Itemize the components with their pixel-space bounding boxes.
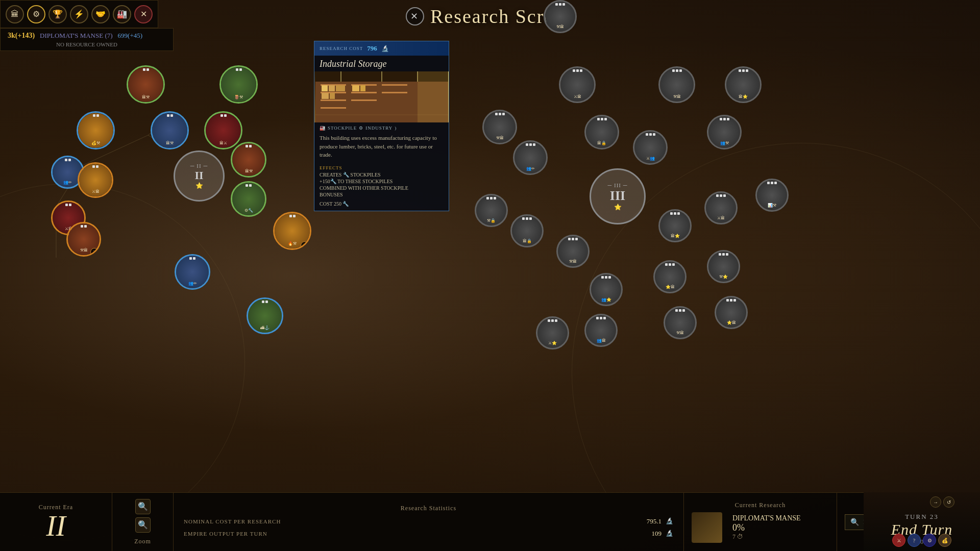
- right-node-4[interactable]: ⚒🏛: [482, 110, 517, 144]
- right-node-1[interactable]: ⚔🏛: [559, 66, 596, 103]
- right-node-2[interactable]: ⚒🏛: [658, 66, 695, 103]
- right-node-3[interactable]: 🏛⭐: [725, 66, 762, 103]
- info-type-row: 🏭 STOCKPILE ⚙ INDUSTRY ): [314, 122, 449, 133]
- resource-bar: 3k(+143) DIPLOMAT'S MANSE (7) 699(+45) N…: [0, 28, 174, 51]
- star-display: 699(+45): [118, 32, 143, 40]
- era-display: Current Era II: [0, 493, 112, 551]
- svg-rect-33: [418, 71, 448, 122]
- info-effect-4: BONUSES: [314, 191, 449, 198]
- research-node-10[interactable]: 🔥⚒ 3: [273, 212, 311, 250]
- right-node-8[interactable]: 👥⚒: [707, 115, 742, 149]
- right-node-6[interactable]: 🏛🔒: [584, 115, 619, 149]
- svg-rect-25: [322, 93, 329, 99]
- stat2-icon: 🔬: [666, 530, 673, 537]
- turn-arrow-button[interactable]: →: [930, 496, 941, 508]
- action-question-icon[interactable]: ?: [908, 534, 921, 547]
- research-node-2[interactable]: 🪵⚒: [219, 65, 258, 104]
- no-resource-label: NO RESOURCE OWNED: [8, 41, 166, 47]
- tier-node-center: ─ II ─ II ⭐: [174, 151, 225, 202]
- cr-pct: 0%: [732, 522, 745, 533]
- zoom-in-button[interactable]: 🔍: [135, 499, 151, 514]
- nav-close-button[interactable]: ✕: [134, 5, 153, 23]
- right-node-20[interactable]: 👥🏛: [584, 314, 618, 347]
- stat-row-1: NOMINAL COST PER RESEARCH 795.1 🔬: [184, 517, 673, 525]
- svg-rect-16: [321, 107, 346, 109]
- stat1-value: 795.1: [647, 517, 662, 525]
- cr-name: DIPLOMAT'S MANSE: [732, 514, 801, 522]
- research-node-13[interactable]: 👥✏: [175, 254, 210, 290]
- era-roman: II: [46, 511, 66, 541]
- right-node-9[interactable]: ⚒🔒: [475, 194, 508, 227]
- cr-image: [692, 512, 722, 543]
- info-description: This building uses excess manufacturing …: [314, 133, 449, 163]
- stats-title: Research Statistics: [184, 505, 673, 512]
- bottom-bar: Current Era II 🔍 🔍 Zoom Research Statist…: [0, 492, 980, 551]
- info-effect-1: CREATES 🔧 STOCKPILES: [314, 171, 449, 178]
- svg-rect-24: [336, 85, 345, 91]
- info-header: RESEARCH COST 796 🔬: [314, 41, 449, 56]
- zoom-out-button[interactable]: 🔍: [135, 517, 151, 533]
- current-label: Current Research: [692, 502, 829, 509]
- nav-icon-diplomacy[interactable]: 🤝: [91, 5, 110, 23]
- nav-icon-trophy[interactable]: 🏆: [48, 5, 67, 23]
- right-node-14[interactable]: 📊⚒: [755, 179, 789, 212]
- stat1-icon: 🔬: [666, 517, 673, 525]
- research-node-7[interactable]: ⚔🏛: [78, 162, 113, 198]
- info-effects-label: EFFECTS: [314, 163, 449, 171]
- right-node-7[interactable]: ⚔👥: [633, 130, 668, 165]
- info-name: Industrial Storage: [314, 56, 449, 71]
- nav-icon-industry[interactable]: 🏭: [113, 5, 131, 23]
- right-node-11[interactable]: ⚒🏛: [556, 235, 590, 268]
- end-turn-panel[interactable]: → ↺ TURN 23 End Turn 0 ⚔ ? ⚙ 💰: [864, 492, 980, 551]
- research-node-12[interactable]: ⚒🏛 2: [66, 222, 101, 257]
- right-node-21[interactable]: ⚒🏛: [664, 306, 697, 339]
- svg-rect-26: [330, 93, 335, 99]
- action-coin-icon[interactable]: 💰: [938, 534, 951, 547]
- search-icon: 🔍: [850, 518, 859, 527]
- stat2-value: 109: [652, 530, 662, 538]
- right-node-18[interactable]: ⚒⭐: [707, 250, 740, 283]
- stat-row-2: EMPIRE OUTPUT PER TURN 109 🔬: [184, 530, 673, 538]
- turn-refresh-button[interactable]: ↺: [943, 496, 954, 508]
- right-node-16[interactable]: 👥⭐: [590, 273, 623, 306]
- research-node-5[interactable]: 🏛⚔: [204, 111, 242, 149]
- right-node-22[interactable]: ⭐🏛: [715, 296, 748, 329]
- info-cost: COST 250 🔧: [314, 198, 449, 211]
- cr-details: DIPLOMAT'S MANSE 0% 7 ⏱: [732, 514, 801, 541]
- right-node-17[interactable]: ⭐🏛: [653, 260, 687, 293]
- right-node-5[interactable]: 👥✏: [513, 140, 548, 175]
- nav-icon-research[interactable]: ⚙: [27, 5, 45, 23]
- info-effect-2: +150🔧 TO THESE STOCKPILES: [314, 178, 449, 185]
- research-node-4[interactable]: 💰⚒: [77, 111, 115, 149]
- zoom-label: Zoom: [134, 538, 151, 545]
- stat2-label: EMPIRE OUTPUT PER TURN: [184, 531, 648, 537]
- title-close-button[interactable]: ✕: [406, 7, 424, 26]
- svg-rect-18: [351, 92, 377, 93]
- cr-turns: 7 ⏱: [732, 533, 801, 541]
- current-research-panel: Current Research DIPLOMAT'S MANSE 0% 7 ⏱: [684, 493, 837, 551]
- right-node-15[interactable]: ⚒🏛: [544, 0, 577, 33]
- svg-rect-27: [352, 85, 359, 91]
- right-node-10[interactable]: 🏛🔒: [510, 214, 544, 247]
- info-image-inner: [314, 71, 449, 122]
- research-node-3[interactable]: 🏛⚒: [151, 111, 189, 149]
- stats-panel: Research Statistics NOMINAL COST PER RES…: [174, 493, 684, 551]
- action-sword-icon[interactable]: ⚔: [892, 534, 905, 547]
- node-badge-2: 2: [90, 248, 99, 256]
- action-icons: ⚔ ? ⚙ 💰: [892, 534, 951, 547]
- research-node-8[interactable]: 🏛⚒: [231, 142, 266, 178]
- action-gear-icon[interactable]: ⚙: [923, 534, 936, 547]
- research-node-14[interactable]: 🏙⚓: [247, 297, 283, 334]
- right-node-19[interactable]: ⚔⭐: [536, 316, 569, 349]
- nav-icon-power[interactable]: ⚡: [70, 5, 88, 23]
- research-node-1[interactable]: 🏛⚒: [127, 65, 165, 104]
- svg-rect-28: [360, 85, 365, 91]
- right-node-12[interactable]: 🏛⭐: [658, 209, 692, 242]
- nav-icons: 🏛 ⚙ 🏆 ⚡ 🤝 🏭 ✕: [0, 0, 158, 28]
- node-badge-3: 3: [301, 241, 309, 249]
- right-node-13[interactable]: ⚔🏛: [704, 191, 738, 224]
- nav-icon-city[interactable]: 🏛: [6, 5, 24, 23]
- info-image: [314, 71, 449, 122]
- svg-rect-19: [351, 99, 377, 101]
- research-node-9[interactable]: ⚙🔧: [231, 181, 266, 217]
